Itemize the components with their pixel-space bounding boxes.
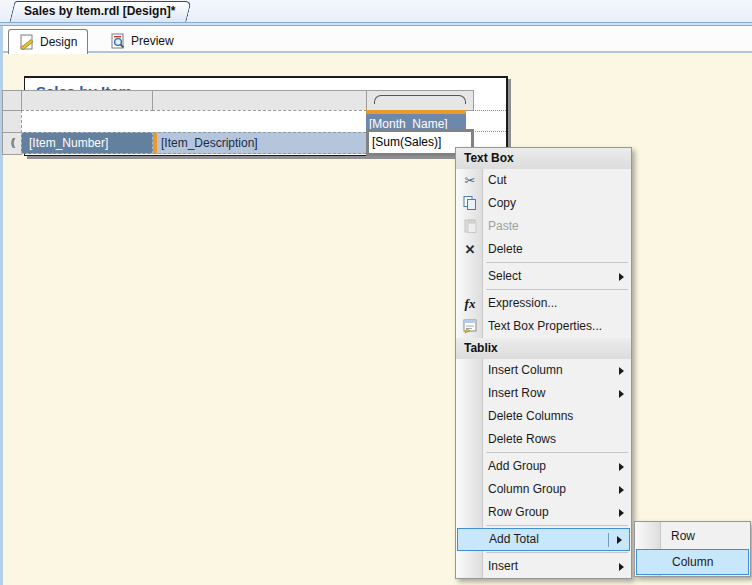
cell-item-description[interactable]: [Item_Description] — [153, 132, 366, 154]
selection-dash-line — [473, 110, 506, 111]
column-handle-2[interactable] — [152, 90, 367, 111]
delete-x-icon: ✕ — [461, 241, 479, 258]
column-handle-1[interactable] — [21, 90, 153, 111]
submenu-item-row-label: Row — [671, 529, 695, 543]
tab-preview-label: Preview — [131, 34, 174, 48]
document-tab[interactable]: Sales by Item.rdl [Design]* — [12, 1, 189, 22]
design-pencil-icon — [19, 34, 35, 50]
menu-item-insert-column-label: Insert Column — [488, 363, 563, 377]
view-tab-strip: Design Preview — [0, 26, 752, 53]
menu-item-cut-label: Cut — [488, 173, 507, 187]
tab-design-label: Design — [40, 35, 77, 49]
document-tab-bar: Sales by Item.rdl [Design]* — [0, 0, 752, 22]
submenu-arrow-icon — [619, 273, 624, 281]
submenu-item-column[interactable]: Column — [636, 549, 749, 575]
copy-icon — [461, 195, 479, 212]
cell-header-2[interactable] — [152, 110, 367, 133]
menu-item-delete-columns-label: Delete Columns — [488, 409, 573, 423]
highlight-divider — [608, 533, 609, 547]
menu-item-row-group[interactable]: Row Group — [456, 501, 631, 524]
cut-icon: ✂ — [461, 172, 479, 189]
menu-item-insert[interactable]: Insert — [456, 555, 631, 578]
submenu-arrow-icon — [619, 486, 624, 494]
menu-item-paste-label: Paste — [488, 219, 519, 233]
submenu-arrow-icon — [619, 390, 624, 398]
menu-item-expression-label: Expression... — [488, 296, 557, 310]
cell-item-number[interactable]: [Item_Number] — [21, 132, 153, 154]
submenu-arrow-icon — [619, 509, 624, 517]
submenu-arrow-icon — [619, 367, 624, 375]
column-handle-3[interactable] — [366, 90, 474, 111]
submenu-item-row[interactable]: Row — [635, 523, 750, 549]
menu-header-textbox: Text Box — [456, 148, 631, 169]
menu-item-delete-rows-label: Delete Rows — [488, 432, 556, 446]
cell-header-1[interactable] — [21, 110, 153, 133]
menu-item-delete-rows[interactable]: Delete Rows — [456, 428, 631, 451]
properties-icon — [461, 318, 479, 335]
menu-item-delete[interactable]: ✕ Delete — [456, 238, 631, 261]
menu-item-copy[interactable]: Copy — [456, 192, 631, 215]
menu-item-add-group[interactable]: Add Group — [456, 455, 631, 478]
designer-window: Sales by Item.rdl [Design]* Design — [0, 0, 752, 585]
menu-item-expression[interactable]: fx Expression... — [456, 292, 631, 315]
menu-item-add-total-label: Add Total — [489, 532, 539, 546]
menu-item-select-label: Select — [488, 269, 521, 283]
menu-item-add-group-label: Add Group — [488, 459, 546, 473]
menu-item-row-group-label: Row Group — [488, 505, 549, 519]
menu-item-textbox-properties[interactable]: Text Box Properties... — [456, 315, 631, 338]
menu-item-insert-row-label: Insert Row — [488, 386, 545, 400]
menu-item-copy-label: Copy — [488, 196, 516, 210]
menu-item-delete-columns[interactable]: Delete Columns — [456, 405, 631, 428]
menu-item-add-total[interactable]: Add Total — [457, 528, 630, 551]
menu-item-column-group-label: Column Group — [488, 482, 566, 496]
submenu-item-column-label: Column — [672, 555, 713, 569]
context-menu: Text Box ✂ Cut Copy Paste — [455, 147, 632, 579]
submenu-arrow-icon — [619, 463, 624, 471]
menu-item-column-group[interactable]: Column Group — [456, 478, 631, 501]
row-handle-2[interactable]: (( — [2, 132, 22, 155]
submenu-arrow-icon — [617, 536, 622, 544]
preview-magnifier-icon — [110, 33, 126, 49]
menu-item-textbox-properties-label: Text Box Properties... — [488, 319, 602, 333]
tablix-corner-handle[interactable] — [2, 90, 22, 111]
selection-dash-line — [473, 131, 506, 132]
column-group-bracket-icon — [374, 95, 466, 104]
tab-preview[interactable]: Preview — [100, 29, 184, 52]
menu-header-tablix: Tablix — [456, 338, 631, 359]
expression-fx-icon: fx — [461, 295, 479, 312]
menu-item-insert-column[interactable]: Insert Column — [456, 359, 631, 382]
menu-item-insert-label: Insert — [488, 559, 518, 573]
menu-item-cut[interactable]: ✂ Cut — [456, 169, 631, 192]
add-total-submenu: Row Column — [634, 521, 751, 577]
menu-item-insert-row[interactable]: Insert Row — [456, 382, 631, 405]
document-tab-label: Sales by Item.rdl [Design]* — [24, 4, 175, 18]
menu-item-select[interactable]: Select — [456, 265, 631, 288]
row-handle-1[interactable] — [2, 110, 22, 133]
row-group-indicator-icon: (( — [3, 133, 21, 153]
tab-design[interactable]: Design — [8, 29, 88, 54]
menu-item-delete-label: Delete — [488, 242, 523, 256]
paste-icon — [461, 218, 479, 235]
submenu-arrow-icon — [619, 563, 624, 571]
menu-item-paste[interactable]: Paste — [456, 215, 631, 238]
